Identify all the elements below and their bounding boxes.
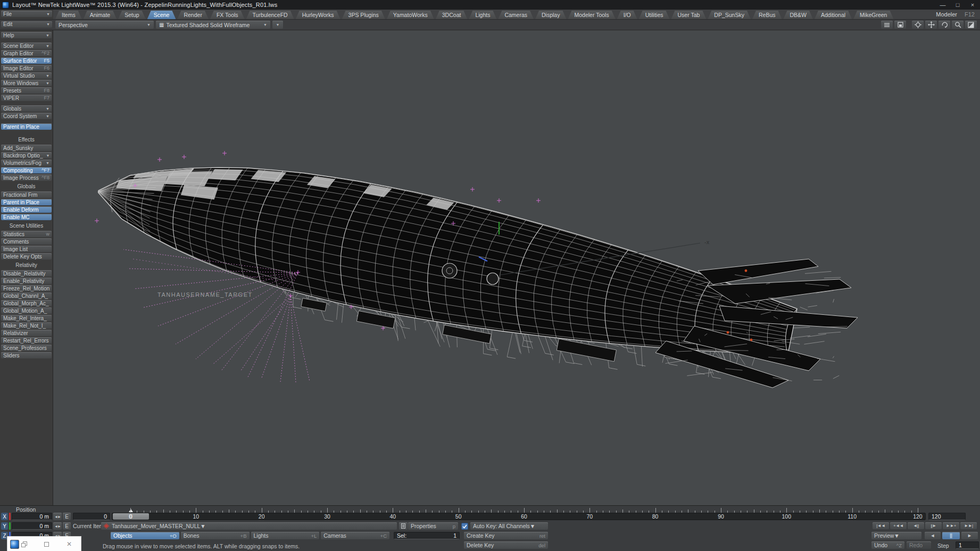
tab-mikegreen[interactable]: MikeGreen (853, 11, 893, 19)
tab-db-w[interactable]: DB&W (783, 11, 813, 19)
tab-fx-tools[interactable]: FX Tools (210, 11, 245, 19)
sidebar-item-image-process[interactable]: Image Process^F8 (1, 174, 52, 181)
sidebar-item-more-windows[interactable]: More Windows▼ (1, 80, 52, 86)
minimize-icon[interactable]: — (935, 0, 950, 10)
sidebar-item-parent-in-place[interactable]: Parent in Place (1, 199, 52, 205)
sidebar-item-fractional-frm[interactable]: Fractional Frm (1, 191, 52, 198)
sidebar-item-enable-mc[interactable]: Enable MC (1, 214, 52, 220)
file-menu-button[interactable]: File ▼ (1, 11, 52, 17)
tab-modeler-tools[interactable]: Modeler Tools (568, 11, 615, 19)
properties-button[interactable]: Properties p (408, 522, 458, 530)
sidebar-item-scene-professors[interactable]: Scene_Professors (1, 345, 52, 351)
step-field[interactable]: 1 (956, 541, 979, 549)
close-icon[interactable]: × (965, 0, 980, 10)
play-forward-button[interactable]: ► (961, 532, 978, 539)
sidebar-item-global-motion-a[interactable]: Global_Motion_A_ (1, 307, 52, 314)
axis-button-y[interactable]: Y (1, 522, 8, 530)
tab-3dcoat[interactable]: 3DCoat (436, 11, 468, 19)
overlapping-mini-window[interactable]: ✕ (7, 537, 81, 551)
autokey-checkbox[interactable] (461, 523, 468, 530)
preview-dropdown[interactable]: Preview ▼ (871, 532, 921, 539)
autokey-dropdown[interactable]: Auto Key: All Channels ▼ (470, 522, 548, 530)
prev-key-button[interactable]: +◄◄ (890, 522, 907, 529)
axis-value-x[interactable]: 0 m (12, 513, 52, 520)
rotate-icon[interactable] (939, 21, 950, 29)
tab-rebus[interactable]: ReBus (752, 11, 782, 19)
axis-value-y[interactable]: 0 m (12, 522, 52, 530)
maximize-icon[interactable] (44, 542, 49, 547)
tab-scene[interactable]: Scene (147, 11, 176, 19)
item-type-bones[interactable]: Bones+B (181, 532, 250, 539)
pause-button[interactable]: || (942, 532, 960, 539)
envelope-button[interactable]: E (63, 513, 71, 520)
zoom-icon[interactable] (952, 21, 964, 29)
step-back-button[interactable]: ◄|| (908, 522, 924, 529)
tab-utilities[interactable]: Utilities (639, 11, 670, 19)
sidebar-item-enable-deform[interactable]: Enable Deform (1, 206, 52, 213)
maximize-icon[interactable]: □ (950, 0, 965, 10)
tab-yamatoworks[interactable]: YamatoWorks (387, 11, 434, 19)
list-icon[interactable] (881, 21, 893, 29)
sidebar-item-delete-key-opts[interactable]: Delete Key Opts (1, 253, 52, 260)
step-forward-button[interactable]: ||► (925, 522, 942, 529)
sidebar-item-volumetrics-fog[interactable]: Volumetrics/Fog▼ (1, 160, 52, 166)
go-start-button[interactable]: |◄◄ (873, 522, 889, 529)
sidebar-item-compositing[interactable]: Compositing^F7 (1, 167, 52, 173)
tab-additional[interactable]: Additional (815, 11, 852, 19)
current-item-dropdown[interactable]: Tanhauser_Mover_MASTER_NULL ▼ (101, 522, 397, 530)
sidebar-item-parent-in-place[interactable]: Parent in Place (1, 123, 52, 130)
item-type-cameras[interactable]: Cameras+C (321, 532, 389, 539)
delete-key-button[interactable]: Delete Key del (464, 541, 548, 549)
tab-display[interactable]: Display (535, 11, 566, 19)
tab-3ps-plugins[interactable]: 3PS Plugins (342, 11, 385, 19)
go-end-button[interactable]: ►►| (960, 522, 977, 529)
viewport-options-dropdown[interactable]: ▼ (272, 21, 283, 29)
item-type-lights[interactable]: Lights+L (251, 532, 320, 539)
tab-render[interactable]: Render (177, 11, 208, 19)
sidebar-item-virtual-studio[interactable]: Virtual Studio▼ (1, 72, 52, 79)
item-type-objects[interactable]: Objects+O (111, 532, 179, 539)
sidebar-item-global-morph-ac[interactable]: Global_Morph_Ac_ (1, 300, 52, 306)
sidebar-item-global-channl-a[interactable]: Global_Channl_A_ (1, 293, 52, 299)
sidebar-item-disable-relativity[interactable]: Disable_Relativity (1, 270, 52, 277)
modeler-switch-button[interactable]: Modeler (936, 11, 957, 18)
tab-cameras[interactable]: Cameras (498, 11, 534, 19)
tab-i-o[interactable]: I/O (617, 11, 637, 19)
close-icon[interactable]: ✕ (67, 540, 72, 548)
help-menu-button[interactable]: Help▼ (1, 32, 52, 38)
sidebar-item-comments[interactable]: Comments (1, 238, 52, 245)
tab-items[interactable]: Items (55, 11, 82, 19)
sidebar-item-statistics[interactable]: Statisticsw (1, 231, 52, 237)
sidebar-item-add-sunsky[interactable]: Add_Sunsky (1, 145, 52, 151)
tab-hurleyworks[interactable]: HurleyWorks (296, 11, 340, 19)
sidebar-item-image-editor[interactable]: Image EditorF6 (1, 65, 52, 71)
shading-mode-dropdown[interactable]: ▦ Textured Shaded Solid Wireframe ▼ (156, 21, 270, 29)
start-frame-field[interactable]: 0 (73, 513, 110, 520)
pan-icon[interactable] (925, 21, 937, 29)
create-key-button[interactable]: Create Key ret (464, 532, 548, 539)
sidebar-item-viper[interactable]: VIPERF7 (1, 95, 52, 101)
sidebar-item-relativizer[interactable]: Relativizer (1, 330, 52, 336)
sidebar-item-scene-editor[interactable]: Scene Editor▼ (1, 43, 52, 49)
sidebar-item-graph-editor[interactable]: Graph Editor^F2 (1, 50, 52, 56)
sidebar-item-backdrop-optio[interactable]: Backdrop Optio_▼ (1, 152, 52, 158)
fit-view-icon[interactable] (965, 21, 977, 29)
axis-button-x[interactable]: X (1, 513, 8, 520)
tab-user-tab[interactable]: User Tab (671, 11, 707, 19)
next-key-button[interactable]: ►►+ (943, 522, 959, 529)
sidebar-item-surface-editor[interactable]: Surface EditorF5 (1, 57, 52, 64)
axis-stepper[interactable]: ◄► (53, 513, 62, 520)
edit-menu-button[interactable]: Edit ▼ (1, 21, 52, 28)
sidebar-item-image-list[interactable]: Image List (1, 246, 52, 252)
view-mode-dropdown[interactable]: Perspective ▼ (55, 21, 154, 29)
sidebar-item-coord-system[interactable]: Coord System▼ (1, 113, 52, 119)
sidebar-item-sliders[interactable]: Sliders (1, 352, 52, 358)
center-item-icon[interactable] (912, 21, 924, 29)
sidebar-item-restart-rel-errors[interactable]: Restart_Rel_Errors (1, 337, 52, 344)
tab-animate[interactable]: Animate (84, 11, 117, 19)
restore-icon[interactable] (21, 541, 27, 547)
sidebar-item-make-rel-intera[interactable]: Make_Rel_Intera_ (1, 315, 52, 321)
end-frame-field[interactable]: 120 (928, 513, 966, 520)
redo-button[interactable]: Redo (907, 541, 931, 549)
sidebar-item-freeze-rel-motion[interactable]: Freeze_Rel_Motion (1, 285, 52, 291)
